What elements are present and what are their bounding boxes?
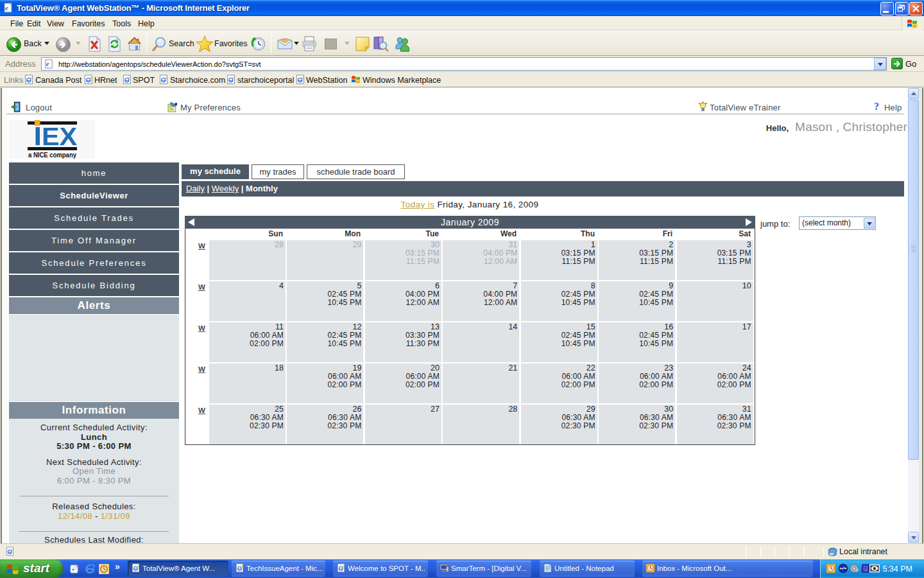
- svg-text:e: e: [46, 60, 49, 67]
- svg-text:e: e: [5, 4, 8, 12]
- svg-text:a NICE company: a NICE company: [28, 151, 77, 159]
- svg-text:EX: EX: [42, 123, 78, 150]
